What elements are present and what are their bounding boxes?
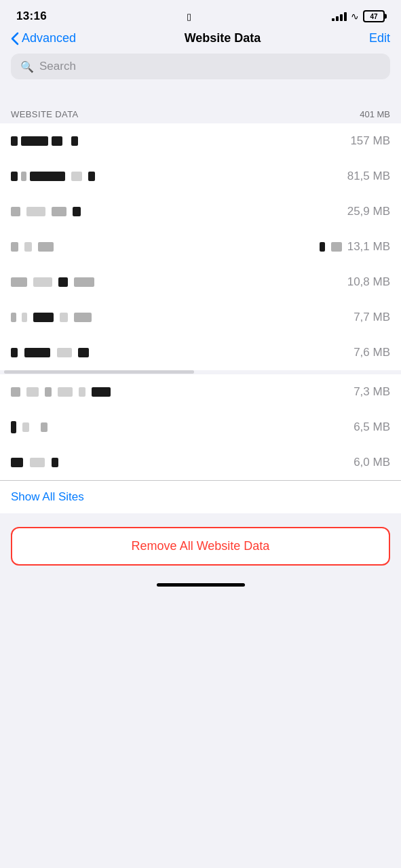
site-name-3 (11, 207, 342, 216)
site-name-6 (11, 313, 348, 322)
list-item[interactable]: 13,1 MB (0, 229, 401, 264)
list-item[interactable]: 10,8 MB (0, 264, 401, 300)
list-container: 157 MB 81,5 MB 25,9 MB (0, 123, 401, 480)
edit-button[interactable]: Edit (369, 31, 390, 45)
show-all-button[interactable]: Show All Sites (11, 490, 84, 503)
site-name-4 (11, 242, 342, 252)
list-item[interactable]: 6,0 MB (0, 445, 401, 480)
remove-all-button[interactable]: Remove All Website Data (11, 527, 390, 566)
search-icon: 🔍 (20, 60, 34, 73)
site-size-7: 7,6 MB (354, 346, 390, 359)
search-input[interactable]: Search (39, 60, 76, 73)
site-size-1: 157 MB (350, 134, 390, 148)
nav-bar: Advanced Website Data Edit (0, 28, 401, 54)
site-name-5 (11, 277, 342, 287)
section-spacer (0, 87, 401, 104)
list-item[interactable]: 6,5 MB (0, 410, 401, 445)
site-size-2: 81,5 MB (347, 170, 390, 183)
site-size-10: 6,0 MB (354, 456, 390, 469)
show-all-container: Show All Sites (0, 480, 401, 513)
site-size-5: 10,8 MB (347, 275, 390, 289)
site-name-1 (11, 136, 345, 146)
list-item[interactable]: 7,3 MB (0, 374, 401, 410)
site-name-2 (11, 172, 342, 181)
site-name-10 (11, 458, 348, 467)
list-item[interactable]: 25,9 MB (0, 194, 401, 229)
site-name-8 (11, 387, 348, 397)
section-header: WEBSITE DATA 401 MB (0, 104, 401, 123)
website-list: 157 MB 81,5 MB 25,9 MB (0, 123, 401, 513)
site-size-4: 13,1 MB (347, 240, 390, 254)
list-item[interactable]: 7,6 MB (0, 335, 401, 370)
home-indicator (0, 576, 401, 592)
list-item[interactable]: 7,7 MB (0, 300, 401, 335)
search-container: 🔍 Search (0, 54, 401, 87)
list-item[interactable]: 81,5 MB (0, 159, 401, 194)
home-bar (157, 583, 245, 587)
site-size-9: 6,5 MB (354, 420, 390, 434)
section-label: WEBSITE DATA (11, 109, 79, 119)
signal-icon (332, 12, 347, 21)
status-time: 13:16 (16, 9, 47, 23)
site-name-9 (11, 421, 348, 433)
section-total: 401 MB (360, 109, 390, 119)
site-size-3: 25,9 MB (347, 205, 390, 218)
search-bar[interactable]: 🔍 Search (11, 54, 390, 79)
list-item[interactable]: 157 MB (0, 123, 401, 159)
site-name-7 (11, 348, 348, 357)
status-icons: ∿ 47 (332, 10, 385, 22)
page-title: Website Data (185, 31, 261, 45)
bottom-section: Remove All Website Data (0, 527, 401, 576)
site-size-6: 7,7 MB (354, 311, 390, 324)
back-label: Advanced (22, 31, 76, 45)
sim-icon: ▯ (187, 12, 191, 22)
back-button[interactable]: Advanced (11, 31, 76, 45)
wifi-icon: ∿ (351, 11, 359, 22)
status-bar: 13:16 ▯ ∿ 47 (0, 0, 401, 28)
site-size-8: 7,3 MB (354, 385, 390, 399)
battery-icon: 47 (363, 10, 385, 22)
